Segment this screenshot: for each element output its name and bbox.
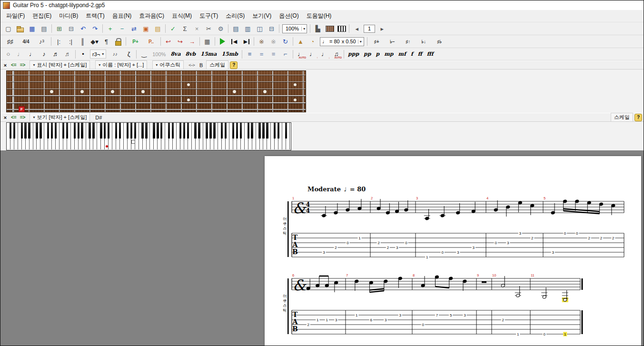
fretboard-scale-button[interactable]: 스케일 [206, 60, 228, 69]
beam-group-icon[interactable]: ≡ [244, 49, 256, 59]
play-button[interactable] [217, 36, 228, 47]
score-area[interactable]: Moderate ♩ = 80 &44TAB어쿠스틱13201222303103… [0, 150, 644, 346]
note[interactable] [463, 279, 467, 291]
menu-item-5[interactable]: 효과음(C) [135, 10, 168, 22]
black-key[interactable] [262, 123, 264, 138]
black-key[interactable] [100, 123, 102, 138]
score-system-1[interactable]: &44TAB어쿠스틱132012223031033403325300222 [282, 194, 634, 263]
note[interactable] [321, 206, 327, 217]
black-key[interactable] [119, 123, 121, 138]
black-key[interactable] [160, 123, 162, 138]
repeat-paste-icon[interactable]: ▤ [152, 23, 164, 34]
open-file-button[interactable]: ▾ [14, 23, 26, 34]
print-icon[interactable]: ▤ [38, 23, 50, 34]
tab-number[interactable]: 7 [435, 313, 439, 318]
black-key[interactable] [240, 123, 242, 138]
tab-number[interactable]: 2 [377, 241, 381, 246]
black-key[interactable] [179, 123, 181, 138]
dotted-note-icon[interactable]: • [77, 49, 89, 59]
black-key[interactable] [74, 123, 76, 138]
page-number-input[interactable]: 1 [364, 25, 375, 33]
tab-number[interactable]: 3 [551, 250, 555, 255]
menu-item-8[interactable]: 소리(S) [222, 10, 248, 22]
black-key[interactable] [145, 123, 147, 138]
black-key[interactable] [266, 123, 268, 138]
paste-measure-icon[interactable]: ▣ [140, 23, 152, 34]
black-key[interactable] [127, 123, 129, 138]
countdown-icon[interactable]: ◔ [307, 36, 318, 47]
system-break-icon[interactable]: ⌐ [279, 49, 291, 59]
tie-icon[interactable]: ‿ [138, 49, 150, 59]
menu-item-10[interactable]: 옵션(O) [275, 10, 302, 22]
repeat-close-icon[interactable]: :| [65, 36, 77, 47]
black-key[interactable] [55, 123, 57, 138]
tab-number[interactable]: 0 [404, 241, 408, 246]
chevron-down-icon[interactable]: ▾ [19, 25, 22, 32]
black-key[interactable] [285, 123, 287, 138]
go-to-end-button[interactable]: ▶ [240, 36, 252, 47]
range-icon[interactable]: <--> [187, 63, 196, 68]
tab-number[interactable]: 3 [463, 313, 466, 318]
previous-page-button[interactable]: ◂ [351, 23, 363, 34]
note-symbol-dropdown[interactable]: ◆▾ [89, 36, 100, 47]
check-duration-icon[interactable]: ✓ [167, 23, 179, 34]
black-key[interactable] [236, 123, 238, 138]
note[interactable] [541, 287, 547, 299]
insert-measure-icon[interactable]: + [104, 23, 116, 34]
fretboard[interactable]: F [6, 70, 306, 112]
black-key[interactable] [277, 123, 279, 138]
go-to-start-button[interactable]: ◀ [228, 36, 240, 47]
tab-number[interactable]: 2 [386, 246, 390, 250]
save-icon[interactable]: ▦ [26, 23, 38, 34]
chevron-down-icon[interactable]: ▾ [95, 38, 99, 45]
tab-number[interactable]: 0 [494, 241, 498, 246]
horizontal-screen-icon[interactable]: ◫ [254, 23, 266, 34]
tab-number[interactable]: 1 [563, 332, 567, 337]
black-key[interactable] [10, 123, 11, 138]
grace-note-icon[interactable]: ♪♪ [107, 49, 123, 59]
note[interactable] [395, 202, 399, 213]
text-icon[interactable]: ¶ [100, 36, 112, 47]
octave-8vb-button[interactable]: 8vb [183, 49, 198, 59]
black-key[interactable] [13, 123, 15, 138]
tab-number[interactable]: 6 [369, 318, 373, 323]
menu-item-3[interactable]: 트랙(T) [82, 10, 108, 22]
chevron-down-icon[interactable]: ▾ [358, 40, 362, 44]
undo-icon[interactable]: ↶ [77, 23, 89, 34]
guitar-string-6[interactable] [7, 109, 306, 110]
whole-note-icon[interactable]: ○ [2, 49, 14, 59]
tab-number[interactable]: 2 [530, 236, 534, 241]
key-signature-icon[interactable]: ♯♯ [2, 36, 18, 47]
delete-icon[interactable]: × [191, 23, 203, 34]
tab-number[interactable]: 0 [346, 241, 350, 246]
note[interactable] [599, 202, 604, 214]
tab-number[interactable]: 2 [334, 246, 338, 250]
fretboard-name-dropdown[interactable]: ▾이름 : [박자] + [...] [95, 60, 147, 69]
thirtysecond-note-icon[interactable]: ♬ [62, 49, 74, 59]
stem-down-icon[interactable]: ♩↓ [318, 49, 330, 59]
settings-icon[interactable]: ⚙ [215, 23, 227, 34]
tuplet-dropdown[interactable]: r3¬▾ [90, 49, 106, 59]
black-key[interactable] [172, 123, 174, 138]
fretboard-next-button[interactable]: => [19, 62, 27, 68]
next-page-button[interactable]: ▸ [376, 23, 388, 34]
tab-number[interactable]: 3 [384, 318, 387, 323]
black-key[interactable] [66, 123, 68, 138]
fretboard-instrument-dropdown[interactable]: ▾어쿠스틱 [152, 60, 184, 69]
tab-number[interactable]: 0 [421, 323, 425, 327]
duration-sum-icon[interactable]: Σ [179, 23, 191, 34]
tab-number[interactable]: 1 [325, 318, 329, 323]
dynamic-mf-button[interactable]: mf [396, 49, 408, 59]
export-icon[interactable]: ⊟ [65, 23, 77, 34]
loop-playback-icon[interactable]: ↻ [279, 36, 291, 47]
dynamic-fff-button[interactable]: fff [425, 49, 436, 59]
note[interactable] [346, 200, 350, 212]
tab-number[interactable]: 0 [543, 332, 546, 337]
note[interactable] [376, 199, 381, 210]
tab-number[interactable]: 2 [611, 236, 615, 241]
note[interactable] [424, 209, 430, 220]
tab-number[interactable]: 2 [501, 318, 505, 323]
stem-auto-icon[interactable]: ♩AUTO [295, 49, 307, 59]
black-key[interactable] [209, 123, 211, 138]
note[interactable] [518, 201, 522, 212]
